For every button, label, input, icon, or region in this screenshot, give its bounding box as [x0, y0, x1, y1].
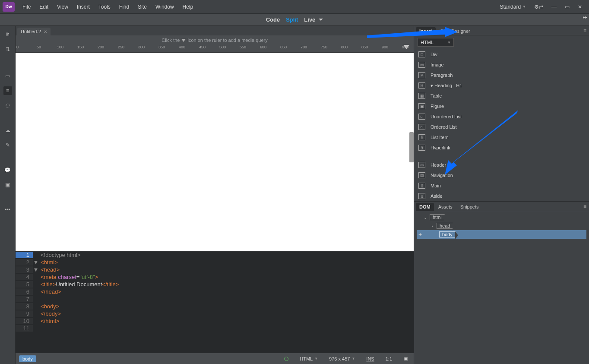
language-selector[interactable]: HTML▼: [297, 356, 320, 361]
assets-panel-tab[interactable]: Assets: [435, 203, 456, 211]
code-nav-icon[interactable]: ⇅: [3, 45, 12, 54]
horizontal-ruler[interactable]: 0501001502002503003504004505005506006507…: [16, 45, 414, 53]
ruler-tick: 400: [179, 45, 185, 49]
insert-item-unordered-list[interactable]: ulUnordered List: [414, 111, 589, 122]
preview-in-browser-icon[interactable]: ▣: [401, 356, 410, 361]
insert-category-select[interactable]: HTML▼: [418, 38, 454, 47]
menu-find[interactable]: Find: [115, 1, 133, 13]
media-query-hint: Click the icon on the ruler to add a med…: [16, 35, 414, 45]
live-view-button[interactable]: Live: [304, 16, 323, 23]
insert-item-label: Main: [431, 183, 441, 188]
code-line[interactable]: 9</body>: [16, 310, 414, 317]
insert-items-list: □Div▭ImagePParagraphH▾ Heading : H1▦Tabl…: [414, 49, 589, 153]
insert-item-label: Image: [431, 62, 444, 67]
menubar: Dw FileEditViewInsertToolsFindSiteWindow…: [0, 0, 589, 14]
design-view-canvas[interactable]: [16, 53, 414, 251]
inspect-icon[interactable]: ▣: [3, 180, 12, 189]
expand-panels-icon[interactable]: ▸▸: [583, 15, 587, 19]
insert-panel-tab[interactable]: Insert: [416, 27, 436, 35]
insert-mode-indicator[interactable]: INS: [364, 356, 377, 361]
panel-menu-icon[interactable]: ≡: [581, 26, 589, 35]
insert-item-label: Figure: [431, 104, 444, 109]
dom-node-body[interactable]: + body: [417, 230, 586, 239]
menu-edit[interactable]: Edit: [35, 1, 53, 13]
insert-item-label: Table: [431, 93, 442, 98]
insert-item-figure[interactable]: ▣Figure: [414, 101, 589, 111]
insert-item-paragraph[interactable]: PParagraph: [414, 70, 589, 80]
code-view-button[interactable]: Code: [266, 16, 280, 23]
minimize-button[interactable]: —: [548, 3, 560, 11]
insert-item-header[interactable]: ▭Header: [414, 160, 589, 170]
insert-item-main[interactable]: ▯Main: [414, 180, 589, 191]
code-line[interactable]: 4<meta charset="utf-8">: [16, 273, 414, 281]
menu-help[interactable]: Help: [178, 1, 198, 13]
menu-tools[interactable]: Tools: [94, 1, 115, 13]
dom-panel-tab[interactable]: DOM: [416, 203, 434, 211]
insert-item-icon: H: [418, 82, 425, 89]
ruler-tick: 800: [341, 45, 348, 49]
insert-item-image[interactable]: ▭Image: [414, 60, 589, 70]
expand-icon[interactable]: ⌄: [423, 215, 428, 220]
left-tool-rail: 🗎 ⇅ ▭ ≡ ◌ ☁ ✎ 💬 ▣ •••: [0, 26, 16, 364]
workspace-selector[interactable]: Standard▼: [496, 2, 529, 12]
insert-item-hyperlink[interactable]: §Hyperlink: [414, 142, 589, 153]
insert-item-icon: §: [418, 145, 425, 151]
viewport-size-selector[interactable]: 976 x 457▼: [326, 356, 358, 361]
code-line[interactable]: 6</head>: [16, 288, 414, 295]
expand-icon[interactable]: ›: [430, 224, 435, 228]
code-line[interactable]: 5<title>Untitled Document</title>: [16, 281, 414, 288]
code-editor[interactable]: 1<!doctype html>2▼<html>3▼<head>4<meta c…: [16, 251, 414, 353]
sync-settings-icon[interactable]: ⚙⇄: [532, 3, 545, 11]
insert-item-navigation[interactable]: ▤Navigation: [414, 170, 589, 180]
close-button[interactable]: ✕: [573, 3, 586, 11]
code-line[interactable]: 2▼<html>: [16, 259, 414, 266]
insert-item-table[interactable]: ▦Table: [414, 91, 589, 101]
menu-insert[interactable]: Insert: [73, 1, 94, 13]
menu-file[interactable]: File: [18, 1, 35, 13]
insert-item-ordered-list[interactable]: olOrdered List: [414, 122, 589, 132]
insert-item-icon: ol: [418, 124, 425, 130]
dom-panel-menu-icon[interactable]: ≡: [581, 202, 589, 211]
right-panel: Insert CSS Designer ≡ HTML▼ □Div▭ImagePP…: [414, 26, 589, 364]
insert-item-div[interactable]: □Div: [414, 49, 589, 60]
split-view-button[interactable]: Split: [286, 16, 298, 23]
code-line[interactable]: 1<!doctype html>: [16, 251, 414, 259]
code-line[interactable]: 8<body>: [16, 303, 414, 310]
file-icon[interactable]: 🗎: [3, 30, 12, 39]
document-tab[interactable]: Untitled-2 ✕: [17, 28, 51, 35]
insert-item-heading-h1[interactable]: H▾ Heading : H1: [414, 80, 589, 91]
code-line[interactable]: 7: [16, 295, 414, 303]
ruler-tick: 250: [118, 45, 124, 49]
dom-breadcrumb[interactable]: body: [19, 355, 36, 362]
add-node-icon[interactable]: +: [417, 231, 424, 238]
menu-site[interactable]: Site: [133, 1, 151, 13]
settings-icon[interactable]: ◌: [3, 101, 12, 110]
preview-icon[interactable]: ≡: [3, 86, 12, 95]
more-tools-icon[interactable]: •••: [3, 206, 12, 214]
comment-icon[interactable]: 💬: [3, 166, 12, 174]
insert-items-list-2: ▭Header▤Navigation▯Main▯Aside: [414, 160, 589, 201]
design-scrollbar[interactable]: [409, 132, 414, 162]
dom-node-html[interactable]: ⌄ html: [417, 213, 586, 222]
maximize-button[interactable]: ▭: [560, 3, 573, 11]
manage-sites-icon[interactable]: ▭: [3, 72, 12, 80]
css-designer-panel-tab[interactable]: CSS Designer: [437, 27, 474, 35]
menu-view[interactable]: View: [53, 1, 73, 13]
snippets-panel-tab[interactable]: Snippets: [457, 203, 482, 211]
extract-icon[interactable]: ☁: [3, 126, 12, 135]
close-tab-icon[interactable]: ✕: [44, 29, 47, 34]
insert-item-aside[interactable]: ▯Aside: [414, 191, 589, 201]
insert-item-icon: ▯: [418, 183, 425, 189]
menu-window[interactable]: Window: [151, 1, 178, 13]
insert-item-list-item[interactable]: liList Item: [414, 132, 589, 142]
dom-tree[interactable]: ⌄ html › head + body: [414, 211, 589, 364]
insert-item-label: Ordered List: [431, 124, 457, 130]
code-line[interactable]: 3▼<head>: [16, 266, 414, 273]
status-bar: body HTML▼ 976 x 457▼ INS 1:1 ▣: [16, 353, 414, 364]
code-line[interactable]: 11: [16, 325, 414, 332]
dom-node-head[interactable]: › head: [417, 222, 586, 230]
color-icon[interactable]: ✎: [3, 141, 12, 149]
marker-icon: [181, 39, 186, 42]
code-line[interactable]: 10</html>: [16, 317, 414, 325]
live-dropdown-icon[interactable]: [319, 19, 323, 21]
